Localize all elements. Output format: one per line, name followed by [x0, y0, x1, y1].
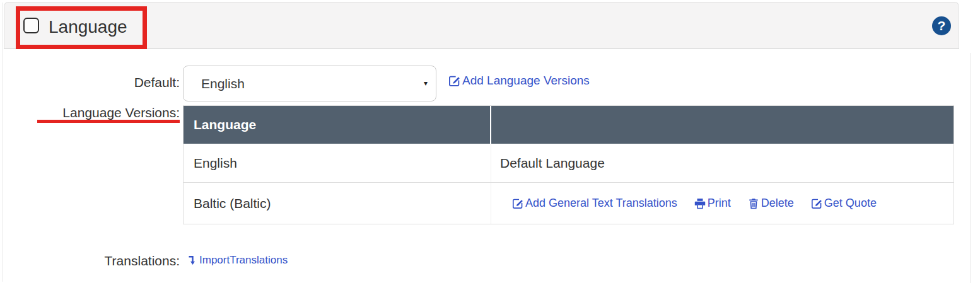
page-right-border — [971, 53, 971, 283]
section-header-bar: Language ? — [4, 2, 959, 49]
table-row: English Default Language — [184, 144, 954, 183]
row-actions-cell: Add General Text TranslationsPrintDelete… — [491, 183, 954, 224]
action-label: Delete — [761, 197, 794, 210]
print-link[interactable]: Print — [694, 197, 731, 210]
trash-icon — [748, 198, 759, 209]
action-label: Get Quote — [824, 197, 877, 210]
language-versions-label: Language Versions: — [22, 105, 180, 120]
delete-link[interactable]: Delete — [748, 197, 794, 210]
add-general-text-translations-link[interactable]: Add General Text Translations — [512, 197, 677, 210]
edit-icon — [448, 75, 460, 87]
edit-icon — [512, 198, 523, 209]
translations-label: Translations: — [22, 253, 180, 269]
table-header-row: Language — [184, 106, 954, 144]
dropdown-selected-value: English — [201, 66, 245, 101]
question-mark-glyph: ? — [938, 18, 946, 33]
add-language-versions-link[interactable]: Add Language Versions — [448, 74, 590, 88]
chevron-down-icon: ▾ — [424, 66, 428, 101]
action-label: Print — [708, 197, 731, 210]
action-label: Add General Text Translations — [525, 197, 677, 210]
page-left-border — [3, 3, 3, 282]
table-header-actions — [491, 106, 954, 144]
import-translations-link[interactable]: ImportTranslations — [187, 254, 288, 267]
table-row: Baltic (Baltic) Add General Text Transla… — [184, 183, 954, 224]
print-icon — [694, 198, 706, 209]
import-translations-label: ImportTranslations — [199, 254, 288, 267]
language-versions-table: Language English Default Language Baltic… — [183, 105, 954, 224]
language-cell: Baltic (Baltic) — [184, 183, 491, 224]
default-language-dropdown[interactable]: English ▾ — [183, 66, 436, 101]
add-language-versions-label: Add Language Versions — [462, 74, 590, 88]
get-quote-link[interactable]: Get Quote — [811, 197, 877, 210]
default-label: Default: — [22, 75, 180, 90]
table-header-language: Language — [184, 106, 491, 144]
note-cell: Default Language — [491, 144, 954, 182]
section-collapse-checkbox[interactable] — [23, 18, 39, 33]
language-settings-panel: Language ? Default: English ▾ Add Langua… — [0, 0, 980, 283]
language-cell: English — [184, 144, 491, 182]
help-icon[interactable]: ? — [932, 16, 951, 35]
section-title: Language — [49, 17, 127, 37]
level-down-icon — [187, 255, 197, 265]
edit-icon — [811, 198, 822, 209]
